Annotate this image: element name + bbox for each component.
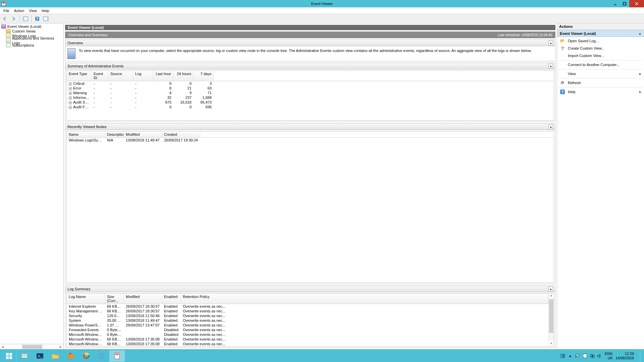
col-enabled[interactable]: Enabled bbox=[162, 294, 181, 304]
menu-help[interactable]: Help bbox=[40, 8, 51, 13]
tree-custom-views[interactable]: Custom Views bbox=[0, 29, 63, 34]
expand-icon[interactable]: + bbox=[69, 106, 72, 109]
show-desktop-button[interactable] bbox=[640, 350, 642, 362]
action-refresh[interactable]: ⟳Refresh bbox=[557, 79, 644, 86]
tray-lang-1[interactable]: ENG bbox=[605, 352, 613, 356]
expand-icon[interactable]: + bbox=[69, 82, 72, 85]
log-row[interactable]: System20.00 MB/...13/08/2018 11:49:47Ena… bbox=[67, 318, 548, 323]
tray-chevron-up-icon[interactable]: ▴ bbox=[568, 354, 573, 358]
collapse-icon[interactable]: ▴ bbox=[548, 287, 553, 291]
nav-back-button[interactable] bbox=[1, 15, 9, 22]
tray-network-icon[interactable] bbox=[590, 354, 595, 358]
log-row[interactable]: Forwarded Events0 Bytes/20...DisabledOve… bbox=[67, 327, 548, 332]
blank-icon bbox=[560, 53, 565, 58]
maximize-button[interactable] bbox=[620, 0, 629, 7]
taskbar-explorer[interactable] bbox=[48, 350, 63, 362]
log-row[interactable]: Microsoft-Windows-Ma...0 Bytes/1....Disa… bbox=[67, 332, 548, 337]
col-last-hour[interactable]: Last hour bbox=[153, 71, 173, 81]
tray-volume-icon[interactable] bbox=[597, 354, 602, 358]
expand-icon[interactable]: + bbox=[69, 101, 72, 104]
action-help[interactable]: ?Help▶ bbox=[557, 88, 644, 96]
col-log[interactable]: Log bbox=[133, 71, 153, 81]
overview-header[interactable]: Overview ▴ bbox=[65, 40, 555, 46]
svg-point-23 bbox=[101, 355, 103, 357]
tree-root[interactable]: Event Viewer (Local) bbox=[0, 24, 63, 29]
taskbar-powershell[interactable]: >_ bbox=[32, 350, 48, 362]
recent-header[interactable]: Recently Viewed Nodes ▴ bbox=[65, 124, 555, 130]
action-view[interactable]: View▶ bbox=[557, 70, 644, 77]
log-row[interactable]: Internet Explorer68 KB/1.0...26/09/2017 … bbox=[67, 304, 548, 309]
col-event-id[interactable]: Event ID bbox=[92, 71, 108, 81]
summary-columns[interactable]: Event Type Event ID Source Log Last hour… bbox=[67, 71, 554, 81]
log-row[interactable]: Key Management Service68 KB/20 ...26/09/… bbox=[67, 309, 548, 313]
collapse-icon[interactable]: ▴ bbox=[548, 41, 553, 45]
tree[interactable]: Event Viewer (Local) Custom Views Window… bbox=[0, 23, 63, 344]
col-size[interactable]: Size (Curr... bbox=[105, 294, 124, 304]
help-button[interactable]: ? bbox=[34, 15, 41, 22]
summary-row[interactable]: +Audit Failure---00836 bbox=[67, 105, 554, 109]
col-log-name[interactable]: Log Name bbox=[67, 294, 105, 304]
actions-context[interactable]: Event Viewer (Local) ▲ bbox=[557, 30, 644, 37]
menu-action[interactable]: Action bbox=[12, 8, 26, 13]
collapse-icon[interactable]: ▴ bbox=[548, 64, 553, 68]
log-summary-header-label: Log Summary bbox=[67, 287, 90, 291]
nav-forward-button[interactable] bbox=[10, 15, 17, 22]
col-modified[interactable]: Modified bbox=[124, 131, 162, 137]
tray-lang-2[interactable]: UK bbox=[605, 356, 613, 360]
taskbar-server-manager[interactable] bbox=[17, 350, 32, 362]
pane-subtitle: Overview and Summary bbox=[68, 33, 108, 37]
taskbar-settings[interactable] bbox=[94, 350, 109, 362]
summary-row[interactable]: +Warning---4971 bbox=[67, 90, 554, 95]
col-source[interactable]: Source bbox=[108, 71, 133, 81]
menu-view[interactable]: View bbox=[27, 8, 39, 13]
col-created[interactable]: Created bbox=[162, 131, 200, 137]
tray-shield-icon[interactable] bbox=[583, 354, 587, 358]
col-description[interactable]: Description bbox=[105, 131, 124, 137]
col-modified[interactable]: Modified bbox=[124, 294, 162, 304]
summary-header[interactable]: Summary of Administrative Events ▴ bbox=[65, 63, 555, 69]
properties-button[interactable] bbox=[42, 15, 50, 22]
tray-flag-icon[interactable] bbox=[575, 354, 580, 358]
action-connect-to-another-computer[interactable]: Connect to Another Computer... bbox=[557, 61, 644, 68]
log-columns[interactable]: Log Name Size (Curr... Modified Enabled … bbox=[67, 294, 548, 304]
col-event-type[interactable]: Event Type bbox=[67, 71, 92, 81]
taskbar-firefox[interactable] bbox=[63, 350, 78, 362]
close-button[interactable] bbox=[629, 0, 644, 7]
collapse-icon[interactable]: ▴ bbox=[548, 124, 553, 129]
tray-time[interactable]: 12:28 bbox=[615, 352, 634, 356]
expand-icon[interactable]: + bbox=[69, 92, 72, 95]
summary-row[interactable]: +Error---82163 bbox=[67, 86, 554, 90]
tray-keyboard-icon[interactable] bbox=[560, 354, 565, 358]
taskbar-event-viewer[interactable] bbox=[109, 350, 125, 362]
action-open-saved-log[interactable]: 📂Open Saved Log... bbox=[557, 37, 644, 45]
log-row[interactable]: Microsoft-Windows-Rd...68 KB/1.0...13/08… bbox=[67, 342, 548, 346]
tree-hscroll[interactable]: ◂▸ bbox=[0, 344, 63, 349]
col-retention[interactable]: Retention Policy bbox=[181, 294, 548, 304]
col-name[interactable]: Name bbox=[67, 131, 105, 137]
blank-icon bbox=[560, 62, 565, 67]
recent-columns[interactable]: Name Description Modified Created bbox=[67, 131, 554, 138]
summary-row[interactable]: +Information---322371,688 bbox=[67, 95, 554, 100]
tray-date[interactable]: 14/08/2018 bbox=[615, 356, 634, 360]
log-row[interactable]: Microsoft-Windows-Rd...68 KB/1.0...13/08… bbox=[67, 337, 548, 342]
summary-row[interactable]: +Critical---003 bbox=[67, 81, 554, 86]
last-refreshed: Last refreshed: 14/08/2018 12:04:40 bbox=[498, 33, 552, 37]
col-7-days[interactable]: 7 days bbox=[194, 71, 214, 81]
expand-icon[interactable]: + bbox=[69, 87, 72, 90]
log-row[interactable]: Security128.00 MB...13/08/2018 11:50:46E… bbox=[67, 313, 548, 318]
col-24-hours[interactable]: 24 hours bbox=[173, 71, 194, 81]
log-row[interactable]: Windows PowerShell1.07 MB/1...28/09/2017… bbox=[67, 323, 548, 327]
summary-row[interactable]: +Audit Success---87516,53395,473 bbox=[67, 100, 554, 105]
menu-file[interactable]: File bbox=[1, 8, 11, 13]
action-import-custom-view[interactable]: Import Custom View... bbox=[557, 52, 644, 59]
minimize-button[interactable] bbox=[610, 0, 620, 7]
log-scrollbar[interactable]: ▴▾ bbox=[548, 294, 554, 346]
show-tree-button[interactable] bbox=[22, 15, 29, 22]
recent-row[interactable]: Windows Logs\SystemN/A13/08/2018 11:49:4… bbox=[67, 138, 554, 142]
action-create-custom-view[interactable]: ▽Create Custom View... bbox=[557, 45, 644, 52]
tree-app-service-logs[interactable]: Applications and Services Logs bbox=[0, 38, 63, 43]
expand-icon[interactable]: + bbox=[69, 97, 72, 100]
start-button[interactable] bbox=[1, 350, 17, 362]
taskbar-chrome[interactable] bbox=[78, 350, 94, 362]
log-summary-header[interactable]: Log Summary ▴ bbox=[65, 286, 555, 292]
